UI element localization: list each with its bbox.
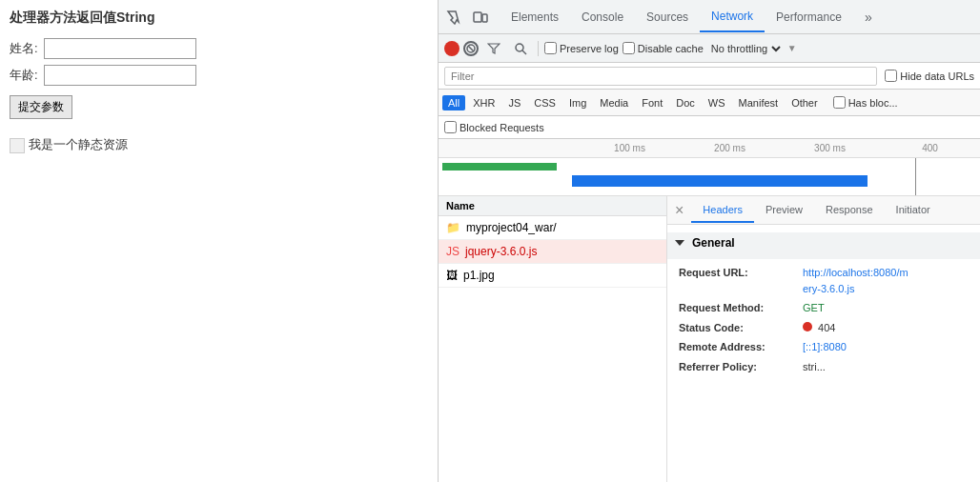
remote-address-val: [::1]:8080	[803, 339, 847, 355]
type-btn-other[interactable]: Other	[786, 95, 824, 110]
detail-tab-initiator[interactable]: Initiator	[885, 198, 942, 223]
timeline-ruler: 100 ms 200 ms 300 ms 400	[439, 139, 980, 158]
inspect-icon[interactable]	[442, 6, 465, 29]
type-filter-row: All XHR JS CSS Img Media Font Doc WS Man…	[439, 90, 980, 116]
status-code-key: Status Code:	[679, 320, 803, 336]
svg-point-4	[516, 44, 523, 51]
age-row: 年龄:	[10, 65, 428, 86]
file-icon-folder: 📁	[446, 221, 460, 234]
type-btn-doc[interactable]: Doc	[670, 95, 701, 110]
tab-network[interactable]: Network	[700, 2, 765, 32]
file-name-0: myproject04_war/	[466, 221, 557, 234]
general-title: General	[675, 236, 972, 250]
devtools-panel: Elements Console Sources Network Perform…	[439, 0, 980, 482]
search-icon[interactable]	[509, 37, 532, 60]
request-method-row: Request Method: GET	[679, 300, 969, 316]
device-toolbar-icon[interactable]	[469, 6, 492, 29]
request-method-val: GET	[803, 300, 825, 316]
type-btn-manifest[interactable]: Manifest	[733, 95, 785, 110]
type-btn-media[interactable]: Media	[594, 95, 634, 110]
hide-data-urls-label[interactable]: Hide data URLs	[885, 70, 974, 82]
request-url-val: http://localhost:8080/m ery-3.6.0.js	[803, 265, 909, 296]
detail-tab-response[interactable]: Response	[814, 198, 885, 223]
filter-icon[interactable]	[482, 37, 505, 60]
tab-console[interactable]: Console	[570, 3, 635, 31]
static-resource-text: 我是一个静态资源	[10, 136, 428, 153]
has-blocked-label[interactable]: Has bloc...	[833, 96, 898, 109]
filter-input[interactable]	[444, 67, 877, 86]
has-blocked-checkbox[interactable]	[833, 96, 846, 109]
name-input[interactable]	[44, 38, 196, 59]
submit-button[interactable]: 提交参数	[10, 95, 72, 119]
blocked-requests-checkbox[interactable]	[444, 121, 457, 133]
network-toolbar: Preserve log Disable cache No throttling…	[439, 34, 980, 63]
svg-rect-1	[482, 14, 487, 22]
file-item-0[interactable]: 📁 myproject04_war/	[439, 216, 666, 240]
devtools-icons	[442, 6, 492, 29]
detail-close-x[interactable]: ×	[675, 202, 684, 219]
type-btn-xhr[interactable]: XHR	[467, 95, 500, 110]
ruler-200ms: 200 ms	[680, 143, 780, 153]
record-button[interactable]	[444, 41, 459, 56]
type-btn-img[interactable]: Img	[563, 95, 592, 110]
blocked-requests-label[interactable]: Blocked Requests	[444, 121, 544, 133]
filter-row: Hide data URLs	[439, 63, 980, 90]
file-item-1[interactable]: JS jquery-3.6.0.js	[439, 240, 666, 264]
file-icon-img: 🖼	[446, 269, 458, 282]
clear-recording-icon[interactable]	[463, 41, 479, 56]
triangle-icon	[675, 240, 684, 246]
type-btn-css[interactable]: CSS	[528, 95, 561, 110]
file-name-2: p1.jpg	[463, 269, 495, 282]
svg-rect-0	[474, 12, 481, 22]
type-btn-js[interactable]: JS	[502, 95, 526, 110]
file-item-2[interactable]: 🖼 p1.jpg	[439, 264, 666, 288]
status-code-val: 404	[803, 320, 835, 336]
throttle-select[interactable]: No throttling	[707, 42, 784, 55]
more-tabs-icon[interactable]: »	[857, 6, 880, 29]
request-method-key: Request Method:	[679, 300, 803, 316]
file-icon-js: JS	[446, 245, 459, 258]
file-list-header: Name	[439, 196, 666, 216]
svg-line-5	[522, 50, 526, 54]
request-url-row: Request URL: http://localhost:8080/m ery…	[679, 265, 969, 296]
timeline-bars	[439, 158, 980, 196]
age-input[interactable]	[44, 65, 196, 86]
age-label: 年龄:	[10, 67, 44, 84]
detail-panel: × Headers Preview Response Initiator Gen…	[667, 196, 980, 482]
referrer-policy-val: stri...	[803, 359, 826, 375]
type-btn-font[interactable]: Font	[636, 95, 668, 110]
preserve-log-checkbox-label[interactable]: Preserve log	[544, 42, 619, 54]
ruler-400: 400	[880, 143, 980, 153]
detail-tab-headers[interactable]: Headers	[691, 198, 754, 223]
type-btn-ws[interactable]: WS	[703, 95, 731, 110]
request-url-key: Request URL:	[679, 265, 803, 296]
status-code-row: Status Code: 404	[679, 320, 969, 336]
detail-tab-preview[interactable]: Preview	[754, 198, 814, 223]
detail-tab-bar: × Headers Preview Response Initiator	[667, 196, 980, 225]
name-label: 姓名:	[10, 40, 44, 57]
tab-sources[interactable]: Sources	[635, 3, 700, 31]
remote-address-row: Remote Address: [::1]:8080	[679, 339, 969, 355]
ruler-100ms: 100 ms	[580, 143, 680, 153]
status-dot-icon	[803, 322, 812, 331]
referrer-policy-key: Referrer Policy:	[679, 359, 803, 375]
blocked-requests-row: Blocked Requests	[439, 116, 980, 139]
remote-address-key: Remote Address:	[679, 339, 803, 355]
timeline-bar-blue	[572, 175, 868, 187]
page-title: 处理器方法返回值String	[10, 10, 428, 27]
type-btn-all[interactable]: All	[442, 95, 465, 110]
tab-performance[interactable]: Performance	[765, 3, 853, 31]
ruler-300ms: 300 ms	[780, 143, 880, 153]
tab-elements[interactable]: Elements	[500, 3, 570, 31]
name-row: 姓名:	[10, 38, 428, 59]
general-section-header: General	[667, 232, 980, 259]
disable-cache-checkbox[interactable]	[623, 42, 635, 54]
hide-data-urls-checkbox[interactable]	[885, 70, 897, 82]
timeline-vline	[915, 158, 916, 196]
disable-cache-checkbox-label[interactable]: Disable cache	[623, 42, 704, 54]
detail-content: General Request URL: http://localhost:80…	[667, 225, 980, 386]
preserve-log-checkbox[interactable]	[544, 42, 557, 54]
devtools-tab-bar: Elements Console Sources Network Perform…	[439, 0, 980, 34]
svg-line-3	[468, 46, 474, 51]
file-name-1: jquery-3.6.0.js	[465, 245, 537, 258]
